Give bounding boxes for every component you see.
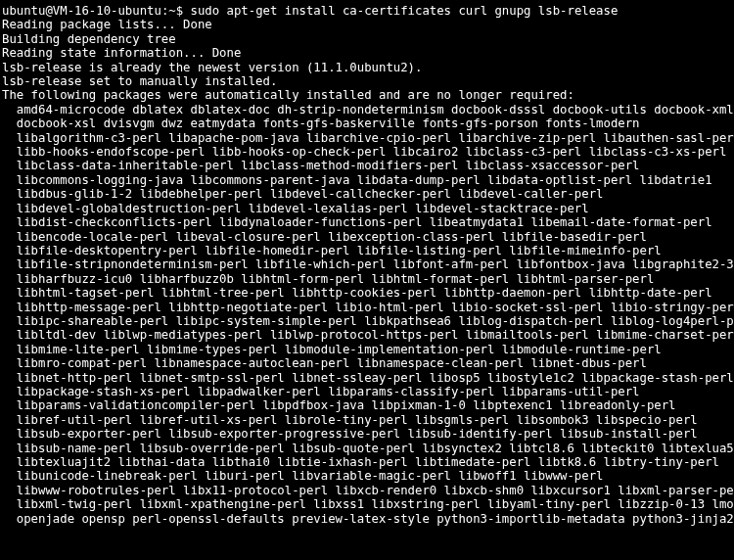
output-lines: Reading package lists... Done Building d… xyxy=(2,18,734,525)
prompt-path: ~ xyxy=(168,4,175,18)
prompt-symbol: $ xyxy=(176,4,183,18)
terminal-output[interactable]: ubuntu@VM-16-10-ubuntu:~$ sudo apt-get i… xyxy=(0,0,734,530)
prompt-user-host: ubuntu@VM-16-10-ubuntu xyxy=(2,4,161,18)
prompt: ubuntu@VM-16-10-ubuntu:~$ xyxy=(2,4,191,18)
command-text: sudo apt-get install ca-certificates cur… xyxy=(191,4,619,18)
